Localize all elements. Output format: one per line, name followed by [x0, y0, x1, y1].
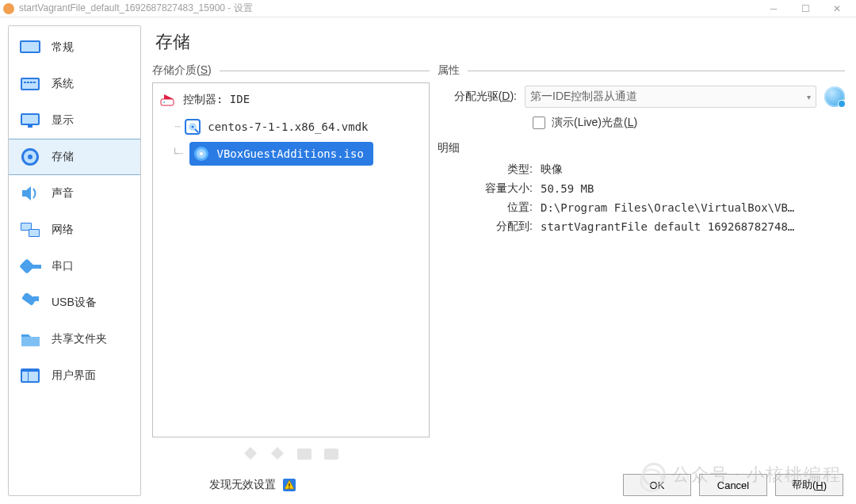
sidebar-item-system[interactable]: 系统 — [9, 66, 140, 102]
window-titlebar: startVagrantFile_default_1692687827483_1… — [0, 0, 856, 17]
ok-button[interactable]: OK — [623, 474, 691, 496]
detail-type-row: 类型: 映像 — [438, 160, 845, 179]
sidebar-item-label: 声音 — [52, 186, 74, 200]
svg-rect-4 — [24, 82, 26, 83]
attributes-section: 属性 分配光驱(D): 第一IDE控制器从通道 ▾ 演示(Live)光盘(L) — [438, 63, 845, 466]
detail-size-value: 50.59 MB — [541, 182, 845, 195]
add-attachment-icon[interactable] — [295, 444, 314, 463]
detail-size-row: 容量大小: 50.59 MB — [438, 179, 845, 198]
optical-disc-icon — [193, 145, 210, 162]
disk-label: centos-7-1-1.x86_64.vmdk — [208, 120, 368, 133]
sidebar-item-label: 系统 — [52, 77, 74, 91]
svg-rect-36 — [324, 449, 338, 460]
sidebar-item-storage[interactable]: 存储 — [9, 139, 140, 175]
window-body: 常规 系统 显示 存储 声音 — [0, 17, 856, 504]
sidebar-item-general[interactable]: 常规 — [9, 29, 140, 66]
audio-icon — [17, 182, 45, 204]
svg-point-27 — [163, 101, 165, 103]
minimize-button[interactable]: ─ — [758, 0, 789, 17]
sidebar-item-label: 用户界面 — [52, 368, 96, 383]
svg-rect-21 — [21, 293, 36, 306]
iso-row[interactable]: └┈ VBoxGuestAdditions.iso — [153, 140, 429, 167]
svg-rect-38 — [289, 483, 290, 487]
add-controller-icon[interactable] — [241, 444, 260, 463]
controller-icon — [159, 91, 177, 109]
storage-media-section: 存储介质(S) 控制器: IDE ┈ c — [152, 63, 430, 466]
detail-location-label: 位置: — [438, 200, 541, 215]
live-cd-row[interactable]: 演示(Live)光盘(L) — [438, 111, 845, 138]
detail-attached-label: 分配到: — [438, 220, 541, 234]
hdd-icon — [184, 118, 201, 136]
remove-controller-icon[interactable] — [268, 444, 287, 463]
sidebar-item-user-interface[interactable]: 用户界面 — [9, 357, 140, 394]
svg-rect-15 — [21, 223, 31, 230]
svg-rect-24 — [22, 372, 28, 381]
live-cd-checkbox[interactable] — [533, 116, 545, 129]
detail-type-value: 映像 — [541, 162, 845, 177]
svg-rect-26 — [161, 99, 174, 105]
storage-tree[interactable]: 控制器: IDE ┈ centos-7-1-1.x86_64.vmdk └┈ — [152, 82, 430, 437]
help-button[interactable]: 帮助(H) — [775, 474, 843, 496]
attributes-label: 属性 — [438, 63, 464, 78]
detail-location-row: 位置: D:\Program Files\Oracle\VirtualBox\V… — [438, 198, 845, 217]
warning-text: 发现无效设置 — [209, 478, 276, 492]
optical-drive-label: 分配光驱(D): — [438, 90, 525, 104]
storage-media-header: 存储介质(S) — [152, 63, 430, 78]
svg-rect-10 — [28, 125, 32, 128]
sidebar-item-serial[interactable]: 串口 — [9, 248, 140, 284]
optical-drive-row: 分配光驱(D): 第一IDE控制器从通道 ▾ — [438, 82, 845, 111]
sidebar-item-label: 显示 — [52, 113, 74, 128]
attributes-header: 属性 — [438, 63, 845, 78]
sidebar-item-label: 串口 — [52, 259, 74, 273]
controller-row[interactable]: 控制器: IDE — [153, 86, 429, 113]
folder-icon — [17, 328, 45, 350]
detail-attached-row: 分配到: startVagrantFile_default_1692687827… — [438, 217, 845, 236]
svg-rect-22 — [21, 337, 40, 346]
iso-label: VBoxGuestAdditions.iso — [216, 147, 363, 160]
sidebar-item-label: 共享文件夹 — [52, 332, 107, 346]
page-content: 存储介质(S) 控制器: IDE ┈ c — [149, 63, 848, 466]
sidebar-item-audio[interactable]: 声音 — [9, 175, 140, 212]
choose-disk-button[interactable] — [824, 86, 845, 107]
remove-attachment-icon[interactable] — [322, 444, 341, 463]
details-header: 明细 — [438, 141, 845, 155]
right-panel: 存储 存储介质(S) 控制器: IDE ┈ — [149, 25, 848, 496]
svg-rect-7 — [33, 82, 36, 83]
storage-media-label: 存储介质(S) — [152, 63, 216, 78]
optical-drive-dropdown[interactable]: 第一IDE控制器从通道 ▾ — [525, 86, 816, 108]
sidebar-item-label: 存储 — [52, 150, 74, 164]
svg-rect-25 — [29, 372, 38, 381]
svg-rect-35 — [297, 449, 311, 460]
ui-icon — [17, 365, 45, 387]
close-button[interactable]: ✕ — [821, 0, 853, 17]
cancel-button[interactable]: Cancel — [699, 474, 767, 496]
svg-rect-3 — [22, 79, 38, 89]
invalid-settings-warning[interactable]: 发现无效设置 — [154, 478, 296, 492]
display-icon — [17, 109, 45, 132]
sidebar-item-network[interactable]: 网络 — [9, 212, 140, 248]
sidebar-item-display[interactable]: 显示 — [9, 102, 140, 139]
tree-toolbar — [152, 437, 430, 466]
svg-rect-39 — [289, 487, 290, 489]
tree-connector: └┈ — [172, 148, 183, 159]
divider-line — [468, 71, 845, 71]
serial-icon — [17, 255, 45, 277]
page-title: 存储 — [149, 25, 848, 63]
svg-rect-1 — [21, 42, 39, 52]
svg-point-30 — [192, 126, 194, 128]
detail-attached-value: startVagrantFile_default_169268782748… — [541, 220, 845, 233]
settings-gear-icon — [3, 3, 14, 14]
sidebar-item-label: USB设备 — [52, 296, 97, 310]
maximize-button[interactable]: ☐ — [789, 0, 821, 17]
svg-point-13 — [28, 155, 32, 159]
iso-selected-pill: VBoxGuestAdditions.iso — [189, 142, 373, 166]
chevron-down-icon: ▾ — [807, 93, 811, 101]
sidebar-item-label: 网络 — [52, 223, 74, 237]
detail-size-label: 容量大小: — [438, 181, 541, 196]
network-icon — [17, 219, 45, 241]
dialog-footer: 发现无效设置 OK Cancel 帮助(H) — [149, 466, 848, 496]
sidebar-item-usb[interactable]: USB设备 — [9, 284, 140, 321]
sidebar-item-shared-folders[interactable]: 共享文件夹 — [9, 321, 140, 357]
disk-row[interactable]: ┈ centos-7-1-1.x86_64.vmdk — [153, 113, 429, 140]
detail-type-label: 类型: — [438, 162, 541, 177]
